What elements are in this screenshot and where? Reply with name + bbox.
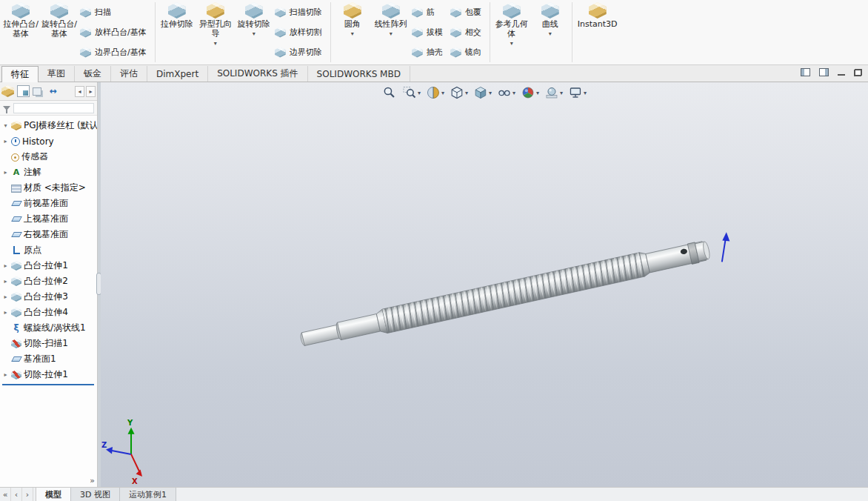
- command-tab[interactable]: 草图: [39, 66, 75, 82]
- configuration-manager-icon[interactable]: [33, 87, 41, 96]
- command-tab[interactable]: 钣金: [75, 66, 111, 82]
- tree-item[interactable]: 切除-扫描1: [0, 336, 97, 351]
- expand-arrow-icon[interactable]: [2, 309, 9, 316]
- revolved-cut-button[interactable]: 旋转切除▾: [235, 0, 273, 64]
- tree-item[interactable]: 注解: [0, 165, 97, 180]
- pane-left-icon[interactable]: [801, 68, 810, 76]
- pane-right-icon[interactable]: [819, 68, 829, 76]
- tree-item[interactable]: 上视基准面: [0, 211, 97, 227]
- command-tab[interactable]: SOLIDWORKS 插件: [208, 66, 307, 82]
- dropdown-caret-icon[interactable]: ▾: [351, 30, 354, 37]
- dropdown-caret-icon[interactable]: ▾: [418, 90, 421, 96]
- next-tab-button[interactable]: [22, 488, 33, 501]
- prev-tab-button[interactable]: [11, 488, 22, 501]
- graphics-area[interactable]: Y Z X ▾ ▾: [101, 82, 868, 487]
- lead-screw-model[interactable]: [298, 238, 712, 351]
- edit-appearance-icon[interactable]: [521, 85, 535, 100]
- revolved-boss-button[interactable]: 旋转凸台/基体: [40, 0, 79, 64]
- view-orientation-icon[interactable]: [450, 85, 464, 100]
- shell-button[interactable]: 抽壳: [412, 44, 443, 62]
- tree-item[interactable]: 凸台-拉伸4: [0, 305, 97, 320]
- tree-item[interactable]: 凸台-拉伸2: [0, 273, 97, 289]
- boundary-cut-button[interactable]: 边界切除: [275, 44, 322, 62]
- zoom-fit-icon[interactable]: [382, 85, 397, 100]
- panel-overflow-chevron[interactable]: »: [90, 476, 95, 485]
- mirror-button[interactable]: 镜向: [450, 44, 481, 62]
- document-tab[interactable]: 3D 视图: [71, 488, 120, 501]
- dropdown-caret-icon[interactable]: ▾: [584, 90, 587, 96]
- command-tab[interactable]: 评估: [111, 66, 147, 82]
- swept-cut-button[interactable]: 扫描切除: [275, 4, 322, 21]
- dropdown-caret-icon[interactable]: ▾: [513, 90, 515, 96]
- manager-tabs-prev-icon[interactable]: ◂: [75, 86, 84, 97]
- hide-show-items-icon[interactable]: [497, 85, 512, 100]
- rib-button[interactable]: 筋: [412, 4, 443, 21]
- apply-scene-icon[interactable]: [544, 85, 559, 100]
- fillet-button[interactable]: 圆角▾: [333, 0, 372, 64]
- tree-item[interactable]: 传感器: [0, 149, 97, 165]
- manager-tabs-next-icon[interactable]: ▸: [86, 86, 96, 97]
- instant3d-button[interactable]: Instant3D: [575, 0, 621, 64]
- hole-wizard-button[interactable]: 异型孔向导▾: [196, 0, 235, 64]
- restore-icon[interactable]: [854, 69, 862, 76]
- tree-root-item[interactable]: ▾ PGJ横移丝杠 (默认<: [0, 118, 97, 133]
- dropdown-caret-icon[interactable]: ▾: [489, 90, 492, 96]
- document-tab[interactable]: 运动算例1: [120, 488, 176, 501]
- filter-input[interactable]: [13, 103, 94, 113]
- tree-item[interactable]: 切除-拉伸1: [0, 367, 97, 382]
- lofted-boss-button[interactable]: 放样凸台/基体: [80, 24, 147, 42]
- dimxpert-manager-icon[interactable]: [47, 85, 59, 97]
- section-view-icon[interactable]: [426, 85, 441, 100]
- feature-manager-icon[interactable]: [1, 85, 14, 97]
- expand-arrow-icon[interactable]: [2, 278, 9, 285]
- document-tab[interactable]: 模型: [36, 488, 71, 501]
- expand-arrow-icon[interactable]: [2, 371, 9, 378]
- dropdown-caret-icon[interactable]: ▾: [390, 30, 393, 37]
- expand-arrow-icon[interactable]: [2, 293, 9, 300]
- rollback-bar[interactable]: [2, 384, 94, 385]
- tree-item[interactable]: 凸台-拉伸3: [0, 289, 97, 305]
- command-tab[interactable]: 特征: [1, 66, 39, 82]
- tree-item[interactable]: History: [0, 133, 97, 149]
- tree-item[interactable]: 前视基准面: [0, 196, 97, 211]
- extruded-boss-button[interactable]: 拉伸凸台/基体: [1, 0, 40, 64]
- first-tab-button[interactable]: [0, 488, 11, 501]
- tree-item[interactable]: 材质 <未指定>: [0, 180, 97, 196]
- dropdown-caret-icon[interactable]: ▾: [560, 90, 563, 96]
- minimize-icon[interactable]: [838, 69, 845, 76]
- tree-item[interactable]: 螺旋线/涡状线1: [0, 320, 97, 336]
- expand-arrow-icon[interactable]: ▾: [2, 122, 9, 129]
- expand-arrow-icon[interactable]: [2, 169, 9, 176]
- tree-item[interactable]: 基准面1: [0, 351, 97, 367]
- draft-button[interactable]: 拔模: [412, 24, 443, 42]
- linear-pattern-button[interactable]: 线性阵列▾: [372, 0, 410, 64]
- curves-button[interactable]: 曲线▾: [531, 0, 570, 64]
- swept-boss-button[interactable]: 扫描: [80, 4, 147, 21]
- dropdown-caret-icon[interactable]: ▾: [536, 90, 539, 96]
- tree-item[interactable]: 右视基准面: [0, 227, 97, 242]
- display-style-icon[interactable]: [473, 85, 488, 100]
- property-manager-icon[interactable]: [17, 85, 30, 97]
- lofted-cut-button[interactable]: 放样切割: [275, 24, 322, 42]
- dropdown-caret-icon[interactable]: ▾: [549, 30, 552, 37]
- expand-arrow-icon[interactable]: [2, 262, 9, 269]
- extruded-cut-button[interactable]: 拉伸切除: [158, 0, 196, 64]
- expand-arrow-icon[interactable]: [2, 138, 9, 145]
- dropdown-caret-icon[interactable]: ▾: [465, 90, 468, 96]
- view-settings-icon[interactable]: [568, 85, 583, 100]
- filter-funnel-icon[interactable]: [3, 106, 10, 110]
- command-tab[interactable]: SOLIDWORKS MBD: [308, 66, 410, 82]
- zoom-area-icon[interactable]: [402, 85, 417, 100]
- model-canvas[interactable]: Y Z X: [101, 82, 868, 487]
- wrap-button[interactable]: 包覆: [450, 4, 481, 21]
- reference-geometry-button[interactable]: 参考几何体▾: [493, 0, 531, 64]
- dropdown-caret-icon[interactable]: ▾: [253, 30, 256, 37]
- tree-item[interactable]: 原点: [0, 242, 97, 258]
- dropdown-caret-icon[interactable]: ▾: [510, 40, 513, 47]
- tree-item[interactable]: 凸台-拉伸1: [0, 258, 97, 273]
- command-tab[interactable]: DimXpert: [147, 66, 208, 82]
- dropdown-caret-icon[interactable]: ▾: [441, 90, 444, 96]
- boundary-boss-button[interactable]: 边界凸台/基体: [80, 44, 147, 62]
- dropdown-caret-icon[interactable]: ▾: [214, 40, 217, 47]
- intersect-button[interactable]: 相交: [450, 24, 481, 42]
